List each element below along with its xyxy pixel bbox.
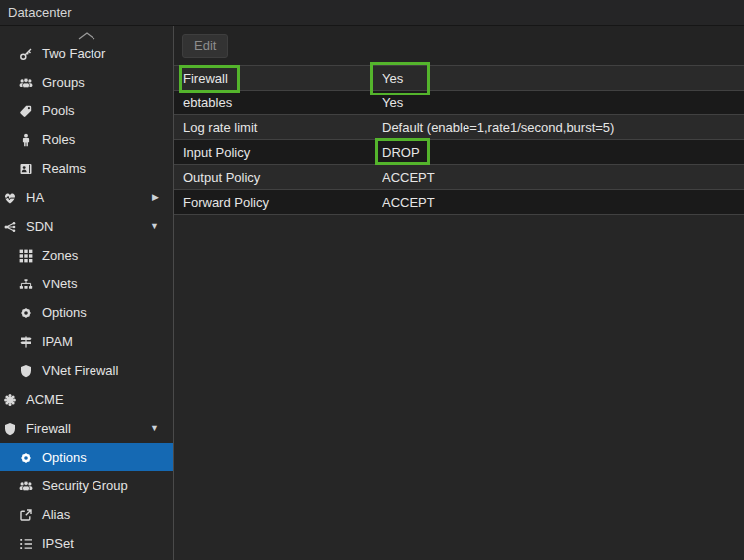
sidebar-item-label: Zones	[42, 248, 78, 263]
sidebar-item-roles[interactable]: Roles	[0, 125, 173, 154]
sidebar-item-security-group[interactable]: Security Group	[0, 471, 173, 500]
gear-icon	[19, 451, 33, 465]
sidebar-tree: Two Factor Groups Pools	[0, 26, 173, 558]
sidebar-item-ipam[interactable]: IPAM	[0, 327, 173, 356]
row-name: Input Policy	[174, 145, 382, 160]
sidebar-item-label: SDN	[26, 219, 53, 234]
toolbar: Edit	[174, 26, 744, 66]
sidebar-item-label: Alias	[42, 507, 70, 522]
sidebar-item-alias[interactable]: Alias	[0, 500, 173, 529]
expander-expanded-icon[interactable]: ▼	[150, 222, 159, 231]
gear-icon	[19, 306, 33, 320]
sidebar-item-sdn[interactable]: SDN ▼	[0, 212, 173, 241]
sidebar-item-label: Groups	[42, 75, 85, 90]
sidebar-item-firewall[interactable]: Firewall ▼	[0, 414, 173, 443]
sidebar-item-label: Options	[42, 450, 87, 465]
network-nodes-icon	[3, 220, 17, 234]
sidebar-item-ipset[interactable]: IPSet	[0, 529, 173, 558]
id-card-icon	[19, 162, 33, 176]
key-icon	[19, 47, 33, 61]
row-name: Log rate limit	[174, 120, 382, 135]
sidebar-item-vnet-firewall[interactable]: VNet Firewall	[0, 356, 173, 385]
sitemap-icon	[19, 278, 33, 291]
sidebar-item-label: Options	[42, 305, 87, 320]
table-row-forward-policy[interactable]: Forward Policy ACCEPT	[174, 190, 744, 215]
sidebar-item-realms[interactable]: Realms	[0, 154, 173, 183]
row-name: Output Policy	[174, 170, 382, 185]
sidebar-item-label: Realms	[42, 161, 86, 176]
row-value: DROP	[382, 145, 744, 160]
table-row-ebtables[interactable]: ebtables Yes	[174, 91, 744, 115]
sidebar-item-label: Roles	[42, 132, 75, 147]
shield-icon	[3, 422, 17, 436]
certificate-icon	[3, 393, 17, 407]
scroll-up-indicator[interactable]	[0, 29, 173, 44]
grid-icon	[19, 249, 33, 263]
tag-icon	[19, 104, 33, 118]
sidebar-item-label: Pools	[42, 103, 75, 118]
row-value: Default (enable=1,rate1/second,burst=5)	[382, 120, 744, 135]
shield-icon	[19, 364, 33, 378]
expander-expanded-icon[interactable]: ▼	[150, 424, 159, 433]
row-name: ebtables	[174, 95, 382, 110]
row-value: ACCEPT	[382, 170, 744, 185]
sidebar-item-label: HA	[26, 190, 44, 205]
person-icon	[19, 133, 33, 147]
proxmox-datacenter-window: Datacenter Two Factor	[0, 0, 744, 560]
firewall-options-panel: Edit Firewall Yes ebtables Yes Log rate …	[174, 26, 744, 560]
header-bar: Datacenter	[0, 0, 744, 26]
edit-button[interactable]: Edit	[182, 34, 228, 58]
sidebar-item-label: ACME	[26, 392, 64, 407]
expander-collapsed-icon[interactable]: ▶	[152, 193, 159, 202]
users-icon	[19, 76, 33, 90]
sidebar-item-zones[interactable]: Zones	[0, 241, 173, 270]
heartbeat-icon	[3, 191, 17, 205]
sidebar-item-firewall-options[interactable]: Options	[0, 443, 173, 471]
row-name: Firewall	[174, 71, 382, 86]
sidebar-item-label: Two Factor	[42, 46, 105, 61]
chevron-up-icon	[76, 29, 97, 44]
options-table: Firewall Yes ebtables Yes Log rate limit…	[174, 66, 744, 215]
row-value: ACCEPT	[382, 195, 744, 210]
map-signs-icon	[19, 335, 33, 349]
sidebar-item-label: Firewall	[26, 421, 71, 436]
sidebar-item-label: IPAM	[42, 334, 73, 349]
sidebar-item-label: VNets	[42, 277, 77, 291]
table-row-output-policy[interactable]: Output Policy ACCEPT	[174, 165, 744, 190]
table-row-firewall[interactable]: Firewall Yes	[174, 66, 744, 91]
sidebar-item-label: Security Group	[42, 478, 128, 493]
sidebar-item-ha[interactable]: HA ▶	[0, 183, 173, 212]
table-row-input-policy[interactable]: Input Policy DROP	[174, 140, 744, 165]
sidebar-item-groups[interactable]: Groups	[0, 68, 173, 96]
sidebar-item-label: VNet Firewall	[42, 363, 118, 378]
table-row-log-rate-limit[interactable]: Log rate limit Default (enable=1,rate1/s…	[174, 115, 744, 140]
row-value: Yes	[382, 95, 744, 110]
sidebar: Two Factor Groups Pools	[0, 26, 174, 560]
sidebar-item-sdn-options[interactable]: Options	[0, 298, 173, 327]
external-link-icon	[19, 508, 33, 522]
page-title: Datacenter	[8, 5, 72, 20]
users-icon	[19, 479, 33, 493]
row-name: Forward Policy	[174, 195, 382, 210]
sidebar-item-acme[interactable]: ACME	[0, 385, 173, 414]
sidebar-item-label: IPSet	[42, 536, 74, 551]
row-value: Yes	[382, 71, 744, 86]
sidebar-item-pools[interactable]: Pools	[0, 96, 173, 125]
list-ol-icon	[19, 537, 33, 551]
sidebar-item-vnets[interactable]: VNets	[0, 270, 173, 298]
